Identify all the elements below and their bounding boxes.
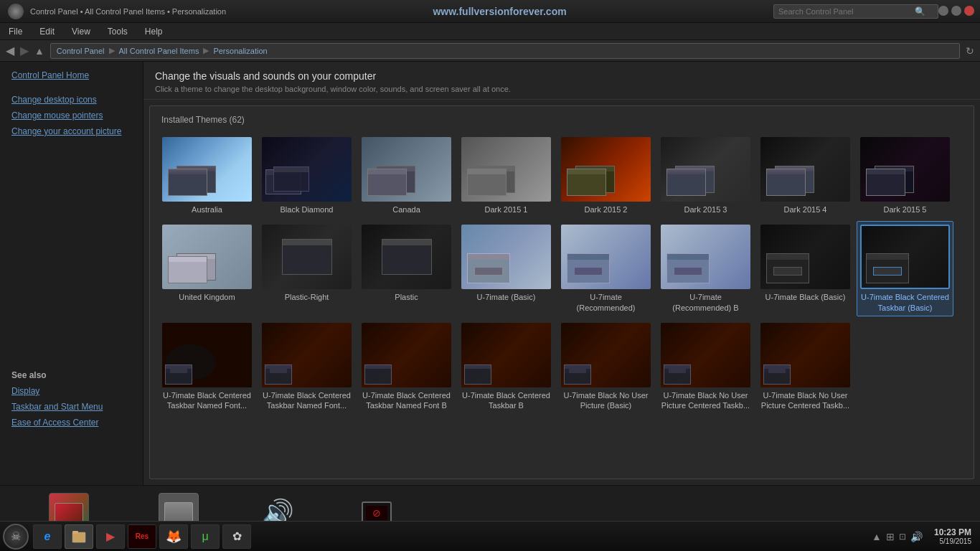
start-button[interactable]: ☠ xyxy=(3,524,29,550)
taskbar-app-media[interactable]: ▶ xyxy=(96,524,125,549)
menubar: File Edit View Tools Help xyxy=(0,23,980,40)
theme-plastic-label: Plastic xyxy=(362,292,451,302)
content-area: Change the visuals and sounds on your co… xyxy=(143,62,980,485)
theme-horse5[interactable]: U-7imate Black No User Picture (Basic) xyxy=(557,319,654,415)
theme-dark2015-5-label: Dark 2015 5 xyxy=(860,204,950,215)
theme-u7basic[interactable]: U-7imate (Basic) xyxy=(458,221,555,316)
theme-dark2015-3-label: Dark 2015 3 xyxy=(661,204,750,215)
path-cp[interactable]: Control Panel xyxy=(57,47,105,55)
theme-horse1-label: U-7imate Black Centered Taskbar Named Fo… xyxy=(162,390,252,411)
theme-uk[interactable]: United Kingdom xyxy=(159,221,255,316)
theme-dark2015-5[interactable]: Dark 2015 5 xyxy=(857,133,953,218)
maximize-btn[interactable] xyxy=(951,6,961,16)
tray-expand[interactable]: ▲ xyxy=(872,531,882,542)
theme-u7recb[interactable]: U-7imate (Recommended) B xyxy=(657,221,754,316)
theme-u7black-basic[interactable]: U-7imate Black (Basic) xyxy=(757,221,854,316)
titlebar: Control Panel • All Control Panel Items … xyxy=(0,0,980,23)
sidebar-link-display[interactable]: Display xyxy=(0,383,143,399)
clock-date: 5/19/2015 xyxy=(934,537,971,545)
theme-dark2015-3[interactable]: Dark 2015 3 xyxy=(657,133,754,218)
theme-australia-label: Australia xyxy=(162,204,252,215)
sidebar-link-taskbar-start[interactable]: Taskbar and Start Menu xyxy=(0,399,143,415)
theme-horse3[interactable]: U-7imate Black Centered Taskbar Named Fo… xyxy=(358,319,455,415)
theme-horse2-label: U-7imate Black Centered Taskbar Named Fo… xyxy=(262,390,352,411)
taskbar-app-ie[interactable]: e xyxy=(33,524,62,549)
theme-black-diamond-label: Black Diamond xyxy=(262,204,352,215)
menu-help[interactable]: Help xyxy=(142,25,166,38)
menu-view[interactable]: View xyxy=(69,25,93,38)
theme-u7rec[interactable]: U-7imate (Recommended) xyxy=(557,221,654,316)
nav-forward[interactable]: ▶ xyxy=(20,44,29,57)
nav-up[interactable]: ▲ xyxy=(34,45,44,57)
theme-dark2015-1-label: Dark 2015 1 xyxy=(461,204,551,215)
close-btn[interactable] xyxy=(964,6,974,16)
sidebar-link-account-picture[interactable]: Change your account picture xyxy=(0,123,143,139)
theme-u7black-ct-basic[interactable]: U-7imate Black Centered Taskbar (Basic) xyxy=(857,221,953,316)
address-bar: ◀ ▶ ▲ Control Panel ▶ All Control Panel … xyxy=(0,40,980,62)
svg-rect-0 xyxy=(72,532,85,542)
tray-display[interactable]: ⊡ xyxy=(899,532,906,542)
themes-area[interactable]: Installed Themes (62) Australia Black D xyxy=(149,105,974,479)
path-personalization[interactable]: Personalization xyxy=(213,47,267,55)
menu-file[interactable]: File xyxy=(6,25,25,38)
theme-horse1[interactable]: U-7imate Black Centered Taskbar Named Fo… xyxy=(159,319,255,415)
theme-u7basic-label: U-7imate (Basic) xyxy=(461,292,551,302)
theme-horse2[interactable]: U-7imate Black Centered Taskbar Named Fo… xyxy=(258,319,355,415)
svg-rect-1 xyxy=(72,531,78,534)
search-input[interactable] xyxy=(778,7,915,16)
system-tray: ▲ ⊞ ⊡ 🔊 xyxy=(866,531,928,542)
theme-horse7[interactable]: U-7imate Black No User Picture Centered … xyxy=(757,319,854,415)
theme-plastic-right-label: Plastic-Right xyxy=(262,292,352,302)
themes-label: Installed Themes (62) xyxy=(156,112,968,131)
clock-time: 10:23 PM xyxy=(934,527,971,537)
taskbar-app-firefox[interactable]: 🦊 xyxy=(159,524,188,549)
minimize-btn[interactable] xyxy=(938,6,948,16)
theme-plastic-right[interactable]: Plastic-Right xyxy=(258,221,355,316)
refresh-btn[interactable]: ↻ xyxy=(966,45,974,57)
theme-dark2015-2[interactable]: Dark 2015 2 xyxy=(557,133,654,218)
theme-dark2015-4[interactable]: Dark 2015 4 xyxy=(757,133,854,218)
page-subtitle: Click a theme to change the desktop back… xyxy=(155,85,969,93)
theme-dark2015-1[interactable]: Dark 2015 1 xyxy=(458,133,555,218)
theme-uk-label: United Kingdom xyxy=(162,292,252,302)
theme-u7black-basic-label: U-7imate Black (Basic) xyxy=(760,292,850,302)
tray-volume[interactable]: 🔊 xyxy=(910,531,923,542)
search-box: 🔍 xyxy=(773,4,938,19)
theme-u7rec-label: U-7imate (Recommended) xyxy=(561,292,651,313)
theme-u7black-ct-basic-label: U-7imate Black Centered Taskbar (Basic) xyxy=(860,292,950,313)
theme-u7recb-label: U-7imate (Recommended) B xyxy=(661,292,750,313)
taskbar-clock[interactable]: 10:23 PM 5/19/2015 xyxy=(928,527,977,545)
address-path: Control Panel ▶ All Control Panel Items … xyxy=(50,43,960,59)
taskbar-app-torrent[interactable]: μ xyxy=(191,524,220,549)
tray-network[interactable]: ⊞ xyxy=(886,531,895,542)
sidebar: Control Panel Home Change desktop icons … xyxy=(0,62,143,485)
theme-horse6[interactable]: U-7imate Black No User Picture Centered … xyxy=(657,319,754,415)
themes-grid: Australia Black Diamond Canada xyxy=(156,131,968,417)
page-title: Change the visuals and sounds on your co… xyxy=(155,70,969,82)
main-area: Control Panel Home Change desktop icons … xyxy=(0,62,980,485)
theme-black-diamond[interactable]: Black Diamond xyxy=(258,133,355,218)
theme-horse4[interactable]: U-7imate Black Centered Taskbar B xyxy=(458,319,555,415)
sidebar-link-mouse-pointers[interactable]: Change mouse pointers xyxy=(0,108,143,123)
taskbar-app-explorer[interactable] xyxy=(65,524,93,549)
theme-horse3-label: U-7imate Black Centered Taskbar Named Fo… xyxy=(362,390,451,411)
search-icon: 🔍 xyxy=(915,6,925,17)
sidebar-link-ease-access[interactable]: Ease of Access Center xyxy=(0,415,143,430)
theme-horse5-label: U-7imate Black No User Picture (Basic) xyxy=(561,390,651,411)
theme-horse4-label: U-7imate Black Centered Taskbar B xyxy=(461,390,551,411)
theme-australia[interactable]: Australia xyxy=(159,133,255,218)
theme-canada[interactable]: Canada xyxy=(358,133,455,218)
taskbar: ☠ e ▶ Res 🦊 μ ✿ ▲ ⊞ ⊡ 🔊 10:23 PM 5/19/20… xyxy=(0,521,980,551)
taskbar-app-extra[interactable]: ✿ xyxy=(222,524,251,549)
titlebar-win-buttons xyxy=(938,6,974,16)
sidebar-link-cp-home[interactable]: Control Panel Home xyxy=(0,67,143,83)
taskbar-app-res[interactable]: Res xyxy=(128,524,156,549)
sidebar-link-desktop-icons[interactable]: Change desktop icons xyxy=(0,92,143,108)
content-header: Change the visuals and sounds on your co… xyxy=(143,62,980,100)
nav-back[interactable]: ◀ xyxy=(6,44,14,57)
menu-tools[interactable]: Tools xyxy=(105,25,131,38)
path-all-cp[interactable]: All Control Panel Items xyxy=(119,47,199,55)
title-logo xyxy=(6,1,26,22)
menu-edit[interactable]: Edit xyxy=(37,25,57,38)
theme-plastic[interactable]: Plastic xyxy=(358,221,455,316)
